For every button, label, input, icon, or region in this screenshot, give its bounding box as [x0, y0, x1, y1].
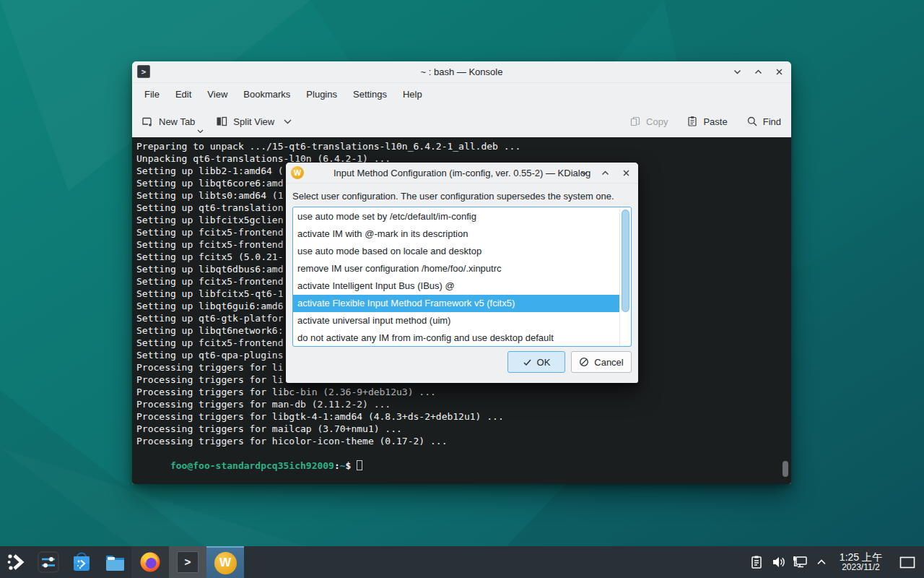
tray-expand-chevron-icon[interactable]: [811, 546, 832, 578]
dialog-maximize-icon[interactable]: [601, 168, 610, 178]
list-item[interactable]: remove IM user configuration /home/foo/.…: [293, 260, 619, 277]
new-tab-dropdown-icon[interactable]: [197, 129, 204, 134]
find-button[interactable]: Find: [746, 116, 781, 127]
close-icon[interactable]: [775, 67, 784, 77]
konsole-toolbar: New Tab Split View Copy: [132, 105, 791, 137]
app-launcher-icon[interactable]: [0, 546, 32, 578]
menu-settings[interactable]: Settings: [345, 85, 395, 103]
split-view-button[interactable]: Split View: [215, 115, 292, 128]
terminal-line: Preparing to unpack .../15-qt6-translati…: [136, 140, 791, 152]
paste-button[interactable]: Paste: [687, 116, 727, 127]
terminal-cursor: [357, 460, 362, 470]
menu-view[interactable]: View: [199, 85, 235, 103]
configuration-list[interactable]: use auto mode set by /etc/default/im-con…: [292, 207, 632, 347]
menu-plugins[interactable]: Plugins: [298, 85, 345, 103]
dialog-minimize-icon[interactable]: [580, 168, 589, 178]
cancel-icon: [579, 357, 589, 367]
terminal-scrollbar[interactable]: [783, 461, 788, 477]
clipboard-tray-icon[interactable]: [746, 546, 767, 578]
konsole-window-title: ~ : bash — Konsole: [421, 66, 503, 77]
new-tab-icon: [141, 115, 154, 128]
menu-bookmarks[interactable]: Bookmarks: [235, 85, 298, 103]
paste-icon: [687, 116, 698, 127]
konsole-menubar: FileEditViewBookmarksPluginsSettingsHelp: [132, 83, 791, 105]
terminal-line: Processing triggers for libgtk-4-1:amd64…: [136, 410, 791, 423]
new-tab-label: New Tab: [159, 116, 195, 127]
im-config-icon: W: [291, 166, 304, 179]
volume-tray-icon[interactable]: [767, 546, 789, 578]
list-scrollbar-track[interactable]: [619, 207, 631, 346]
list-item[interactable]: activate universal input method (uim): [293, 312, 619, 329]
dialog-message: Select user configuration. The user conf…: [286, 184, 638, 207]
taskbar-konsole-button[interactable]: >: [169, 546, 206, 578]
konsole-task-icon: >: [177, 551, 199, 573]
im-config-dialog: W Input Method Configuration (im-config,…: [286, 163, 638, 383]
search-icon: [746, 116, 758, 127]
copy-icon: [629, 116, 641, 127]
discover-icon[interactable]: [65, 546, 98, 578]
prompt-path: ~: [340, 460, 346, 471]
split-view-label: Split View: [233, 116, 274, 127]
clock-date: 2023/11/2: [840, 563, 882, 573]
paste-label: Paste: [703, 116, 727, 127]
terminal-line: Processing triggers for libc-bin (2.36-9…: [136, 386, 791, 398]
menu-help[interactable]: Help: [395, 85, 430, 103]
prompt-user: foo@foo-standardpcq35ich92009: [170, 460, 334, 471]
list-scrollbar-thumb[interactable]: [622, 210, 629, 312]
minimize-icon[interactable]: [733, 67, 742, 77]
taskbar-imconfig-button[interactable]: W: [206, 546, 244, 578]
list-item[interactable]: use auto mode set by /etc/default/im-con…: [293, 208, 619, 225]
terminal-line: Processing triggers for mailcap (3.70+nm…: [136, 423, 791, 435]
ok-button[interactable]: OK: [507, 351, 565, 373]
dialog-title: Input Method Configuration (im-config, v…: [334, 168, 590, 178]
file-manager-icon[interactable]: [98, 546, 131, 578]
system-settings-icon[interactable]: [32, 546, 65, 578]
taskbar-firefox-button[interactable]: [131, 546, 169, 578]
maximize-icon[interactable]: [754, 67, 763, 77]
dialog-titlebar[interactable]: W Input Method Configuration (im-config,…: [286, 163, 638, 184]
terminal-line: Processing triggers for man-db (2.11.2-2…: [136, 398, 791, 410]
taskbar: > W 1:25 上午 2023/11/2: [0, 546, 924, 578]
find-label: Find: [763, 116, 781, 127]
copy-label: Copy: [646, 116, 668, 127]
list-item[interactable]: use auto mode based on locale and deskto…: [293, 243, 619, 260]
menu-file[interactable]: File: [136, 85, 167, 103]
terminal-prompt-line: foo@foo-standardpcq35ich92009:~$: [136, 447, 791, 460]
list-item[interactable]: activate IM with @-mark in its descripti…: [293, 225, 619, 243]
terminal-line: Processing triggers for hicolor-icon-the…: [136, 435, 791, 447]
show-desktop-button[interactable]: [898, 546, 917, 578]
dialog-close-icon[interactable]: [622, 168, 631, 178]
konsole-window-icon: >: [137, 65, 150, 78]
konsole-titlebar[interactable]: > ~ : bash — Konsole: [132, 61, 791, 83]
clock-time: 1:25 上午: [840, 551, 882, 563]
cancel-button[interactable]: Cancel: [571, 351, 632, 373]
network-tray-icon[interactable]: [789, 546, 811, 578]
list-item[interactable]: activate Intelligent Input Bus (IBus) @: [293, 277, 619, 295]
split-view-dropdown-icon[interactable]: [284, 119, 292, 124]
clock[interactable]: 1:25 上午 2023/11/2: [840, 551, 882, 573]
split-view-icon: [215, 115, 228, 128]
list-item[interactable]: do not activate any IM from im-config an…: [293, 329, 619, 347]
new-tab-button[interactable]: New Tab: [141, 115, 195, 128]
menu-edit[interactable]: Edit: [167, 85, 199, 103]
check-icon: [523, 358, 532, 367]
im-config-task-icon: W: [214, 552, 237, 574]
copy-button[interactable]: Copy: [629, 116, 668, 127]
list-item[interactable]: activate Flexible Input Method Framework…: [293, 295, 619, 312]
